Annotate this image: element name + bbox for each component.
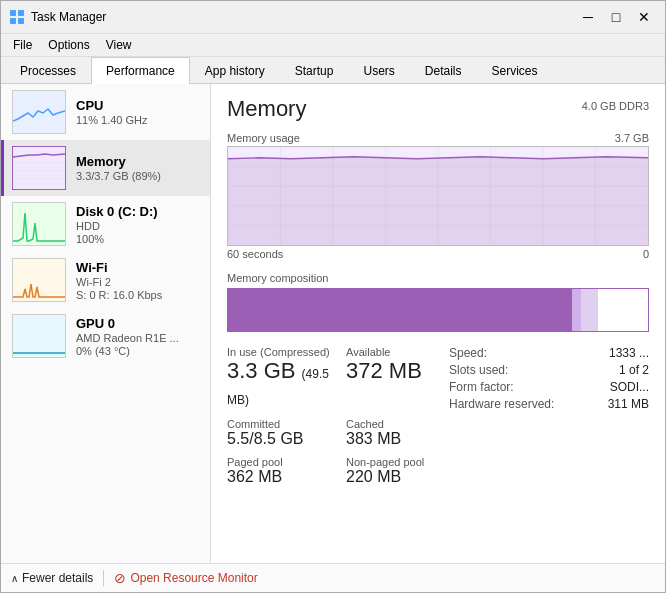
cached-value: 383 MB [346, 430, 449, 448]
sidebar-item-memory[interactable]: Memory 3.3/3.7 GB (89%) [1, 140, 210, 196]
sidebar-item-gpu[interactable]: GPU 0 AMD Radeon R1E ... 0% (43 °C) [1, 308, 210, 364]
chevron-up-icon: ∧ [11, 573, 18, 584]
comp-free [598, 289, 648, 331]
svg-rect-3 [18, 18, 24, 24]
form-factor-row: Form factor: SODI... [449, 380, 649, 394]
app-icon [9, 9, 25, 25]
tab-app-history[interactable]: App history [190, 57, 280, 84]
slots-row: Slots used: 1 of 2 [449, 363, 649, 377]
main-panel: Memory 4.0 GB DDR3 Memory usage 3.7 GB [211, 84, 665, 563]
resource-monitor-icon: ⊘ [114, 570, 126, 586]
comp-modified [572, 289, 580, 331]
in-use-stat: In use (Compressed) 3.3 GB (49.5 MB) [227, 346, 330, 410]
cpu-thumbnail [12, 90, 66, 134]
svg-rect-2 [10, 18, 16, 24]
chart-label: Memory usage 3.7 GB [227, 132, 649, 144]
menu-bar: File Options View [1, 34, 665, 57]
tab-processes[interactable]: Processes [5, 57, 91, 84]
window-title: Task Manager [31, 10, 575, 24]
chart-time-label: 60 seconds 0 [227, 248, 649, 260]
close-button[interactable]: ✕ [631, 7, 657, 27]
menu-view[interactable]: View [98, 36, 140, 54]
paged-value: 362 MB [227, 468, 330, 486]
comp-standby [581, 289, 598, 331]
gpu-thumbnail [12, 314, 66, 358]
stats-left: In use (Compressed) 3.3 GB (49.5 MB) Ava… [227, 346, 449, 486]
memory-thumbnail [12, 146, 66, 190]
menu-file[interactable]: File [5, 36, 40, 54]
composition-bar [227, 288, 649, 332]
content-area: CPU 11% 1.40 GHz Memor [1, 84, 665, 563]
sidebar-item-wifi[interactable]: Wi-Fi Wi-Fi 2 S: 0 R: 16.0 Kbps [1, 252, 210, 308]
tab-services[interactable]: Services [477, 57, 553, 84]
svg-rect-0 [10, 10, 16, 16]
paged-stat: Paged pool 362 MB [227, 456, 330, 486]
sidebar-item-disk[interactable]: Disk 0 (C: D:) HDD 100% [1, 196, 210, 252]
disk-info: Disk 0 (C: D:) HDD 100% [76, 204, 202, 245]
disk-name: Disk 0 (C: D:) [76, 204, 202, 219]
panel-title: Memory [227, 96, 306, 122]
hw-reserved-row: Hardware reserved: 311 MB [449, 397, 649, 411]
tab-bar: Processes Performance App history Startu… [1, 57, 665, 84]
panel-header: Memory 4.0 GB DDR3 [227, 96, 649, 122]
title-bar: Task Manager ─ □ ✕ [1, 1, 665, 34]
svg-rect-11 [13, 315, 65, 357]
sidebar-item-cpu[interactable]: CPU 11% 1.40 GHz [1, 84, 210, 140]
tab-details[interactable]: Details [410, 57, 477, 84]
menu-options[interactable]: Options [40, 36, 97, 54]
stats-section: In use (Compressed) 3.3 GB (49.5 MB) Ava… [227, 346, 649, 486]
wifi-name: Wi-Fi [76, 260, 202, 275]
cpu-name: CPU [76, 98, 202, 113]
wifi-thumbnail [12, 258, 66, 302]
fewer-details-button[interactable]: ∧ Fewer details [11, 571, 93, 585]
cpu-detail: 11% 1.40 GHz [76, 114, 202, 126]
maximize-button[interactable]: □ [603, 7, 629, 27]
tab-performance[interactable]: Performance [91, 57, 190, 84]
stats-right: Speed: 1333 ... Slots used: 1 of 2 Form … [449, 346, 649, 486]
composition-section: Memory composition [227, 272, 649, 332]
comp-in-use [228, 289, 572, 331]
task-manager-window: Task Manager ─ □ ✕ File Options View Pro… [0, 0, 666, 593]
footer-divider [103, 570, 104, 586]
svg-rect-4 [13, 147, 65, 189]
gpu-name: GPU 0 [76, 316, 202, 331]
footer: ∧ Fewer details ⊘ Open Resource Monitor [1, 563, 665, 592]
minimize-button[interactable]: ─ [575, 7, 601, 27]
usage-chart-section: Memory usage 3.7 GB [227, 132, 649, 260]
available-value: 372 MB [346, 358, 449, 384]
wifi-info: Wi-Fi Wi-Fi 2 S: 0 R: 16.0 Kbps [76, 260, 202, 301]
available-stat: Available 372 MB [346, 346, 449, 410]
gpu-info: GPU 0 AMD Radeon R1E ... 0% (43 °C) [76, 316, 202, 357]
committed-stat: Committed 5.5/8.5 GB [227, 418, 330, 448]
open-resource-monitor-link[interactable]: ⊘ Open Resource Monitor [114, 570, 257, 586]
memory-usage-chart [227, 146, 649, 246]
cached-stat: Cached 383 MB [346, 418, 449, 448]
disk-thumbnail [12, 202, 66, 246]
memory-name: Memory [76, 154, 202, 169]
speed-row: Speed: 1333 ... [449, 346, 649, 360]
composition-label: Memory composition [227, 272, 649, 284]
tab-users[interactable]: Users [348, 57, 409, 84]
memory-detail: 3.3/3.7 GB (89%) [76, 170, 202, 182]
window-controls: ─ □ ✕ [575, 7, 657, 27]
cpu-info: CPU 11% 1.40 GHz [76, 98, 202, 126]
nonpaged-value: 220 MB [346, 468, 449, 486]
sidebar: CPU 11% 1.40 GHz Memor [1, 84, 211, 563]
nonpaged-stat: Non-paged pool 220 MB [346, 456, 449, 486]
tab-startup[interactable]: Startup [280, 57, 349, 84]
svg-rect-1 [18, 10, 24, 16]
panel-subtitle: 4.0 GB DDR3 [582, 100, 649, 112]
in-use-value: 3.3 GB (49.5 MB) [227, 358, 330, 410]
svg-marker-23 [228, 157, 648, 245]
committed-value: 5.5/8.5 GB [227, 430, 330, 448]
memory-info: Memory 3.3/3.7 GB (89%) [76, 154, 202, 182]
